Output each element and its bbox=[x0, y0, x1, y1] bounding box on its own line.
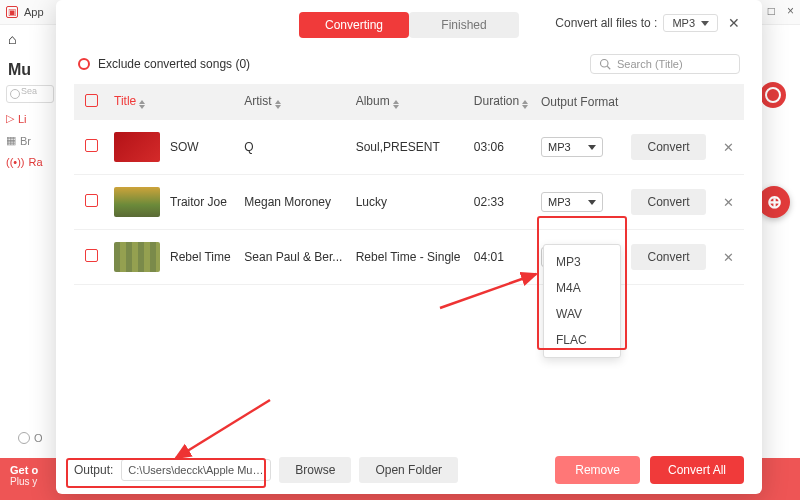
bg-app-icon: ▣ bbox=[6, 6, 18, 18]
select-all-checkbox[interactable] bbox=[85, 94, 98, 107]
search-icon bbox=[599, 58, 611, 70]
maximize-icon[interactable]: □ bbox=[768, 4, 775, 18]
sub-toolbar: Exclude converted songs (0) Search (Titl… bbox=[78, 54, 740, 74]
track-thumbnail bbox=[114, 187, 160, 217]
dropdown-option[interactable]: MP3 bbox=[544, 249, 620, 275]
convert-button[interactable]: Convert bbox=[631, 189, 705, 215]
track-album: Lucky bbox=[350, 175, 468, 230]
open-folder-button[interactable]: Open Folder bbox=[359, 457, 458, 483]
col-album[interactable]: Album bbox=[350, 84, 468, 120]
table-row: Traitor Joe Megan Moroney Lucky 02:33 MP… bbox=[74, 175, 744, 230]
bg-search-input[interactable]: Sea bbox=[6, 85, 54, 103]
svg-line-2 bbox=[440, 274, 536, 308]
tracks-table: Title Artist Album Duration Output Forma… bbox=[74, 84, 744, 285]
bg-app-name: App bbox=[24, 6, 44, 18]
track-thumbnail bbox=[114, 242, 160, 272]
track-title: SOW bbox=[170, 140, 199, 154]
search-input[interactable]: Search (Title) bbox=[590, 54, 740, 74]
track-album: Soul,PRESENT bbox=[350, 120, 468, 175]
dropdown-option[interactable]: M4A bbox=[544, 275, 620, 301]
track-title: Traitor Joe bbox=[170, 195, 227, 209]
bg-side-browse[interactable]: ▦Br bbox=[6, 134, 54, 147]
track-artist: Sean Paul & Ber... bbox=[238, 230, 349, 285]
convert-button[interactable]: Convert bbox=[631, 134, 705, 160]
svg-point-0 bbox=[601, 60, 609, 68]
dropdown-option[interactable]: FLAC bbox=[544, 327, 620, 353]
bg-footer-o: O bbox=[18, 432, 43, 444]
svg-line-1 bbox=[607, 66, 610, 69]
dialog-close-icon[interactable]: ✕ bbox=[724, 15, 744, 31]
track-artist: Megan Moroney bbox=[238, 175, 349, 230]
track-duration: 03:06 bbox=[468, 120, 535, 175]
track-title: Rebel Time bbox=[170, 250, 231, 264]
search-placeholder: Search (Title) bbox=[617, 58, 683, 70]
bg-add-fab[interactable]: ⊕ bbox=[758, 186, 790, 218]
row-remove-icon[interactable]: ✕ bbox=[719, 250, 738, 265]
col-output-format: Output Format bbox=[535, 84, 625, 120]
bg-side-listen[interactable]: ▷Li bbox=[6, 112, 54, 125]
convert-all-label: Convert all files to : bbox=[555, 16, 657, 30]
convert-all-button[interactable]: Convert All bbox=[650, 456, 744, 484]
home-icon[interactable]: ⌂ bbox=[8, 31, 16, 47]
table-row: SOW Q Soul,PRESENT 03:06 MP3 Convert ✕ bbox=[74, 120, 744, 175]
row-checkbox[interactable] bbox=[85, 194, 98, 207]
annotation-arrow-icon bbox=[170, 400, 280, 474]
close-icon[interactable]: × bbox=[787, 4, 794, 18]
exclude-radio-icon[interactable] bbox=[78, 58, 90, 70]
bg-brand: Mu bbox=[6, 61, 54, 79]
svg-line-3 bbox=[176, 400, 270, 458]
track-duration: 02:33 bbox=[468, 175, 535, 230]
row-format-select[interactable]: MP3 bbox=[541, 192, 603, 212]
output-label: Output: bbox=[74, 463, 113, 477]
row-format-select[interactable]: MP3 bbox=[541, 137, 603, 157]
dropdown-option[interactable]: WAV bbox=[544, 301, 620, 327]
tab-finished[interactable]: Finished bbox=[409, 12, 519, 38]
col-title[interactable]: Title bbox=[108, 84, 238, 120]
table-row: Rebel Time Sean Paul & Ber... Rebel Time… bbox=[74, 230, 744, 285]
converter-dialog: Converting Finished Convert all files to… bbox=[56, 0, 762, 494]
row-checkbox[interactable] bbox=[85, 249, 98, 262]
col-duration[interactable]: Duration bbox=[468, 84, 535, 120]
convert-button[interactable]: Convert bbox=[631, 244, 705, 270]
col-artist[interactable]: Artist bbox=[238, 84, 349, 120]
track-thumbnail bbox=[114, 132, 160, 162]
exclude-label: Exclude converted songs (0) bbox=[98, 57, 250, 71]
bg-avatar[interactable] bbox=[760, 82, 786, 108]
track-artist: Q bbox=[238, 120, 349, 175]
tab-bar: Converting Finished Convert all files to… bbox=[74, 12, 744, 38]
remove-button[interactable]: Remove bbox=[555, 456, 640, 484]
convert-all-format: Convert all files to : MP3 ✕ bbox=[555, 14, 744, 32]
tab-converting[interactable]: Converting bbox=[299, 12, 409, 38]
row-checkbox[interactable] bbox=[85, 139, 98, 152]
bg-side-radio[interactable]: ((•))Ra bbox=[6, 156, 54, 168]
format-dropdown: MP3 M4A WAV FLAC bbox=[543, 244, 621, 358]
convert-all-format-select[interactable]: MP3 bbox=[663, 14, 718, 32]
browse-button[interactable]: Browse bbox=[279, 457, 351, 483]
row-remove-icon[interactable]: ✕ bbox=[719, 195, 738, 210]
annotation-arrow-icon bbox=[440, 270, 550, 314]
row-remove-icon[interactable]: ✕ bbox=[719, 140, 738, 155]
